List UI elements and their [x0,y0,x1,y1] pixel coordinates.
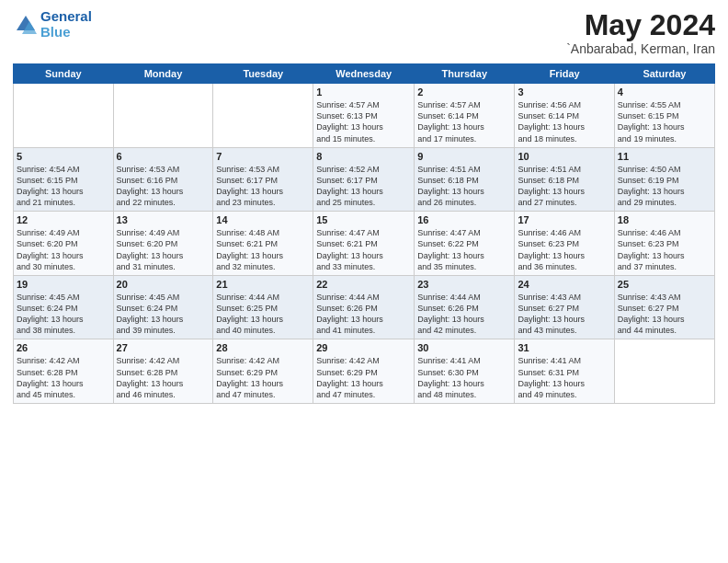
table-row: 11Sunrise: 4:50 AM Sunset: 6:19 PM Dayli… [614,147,714,212]
day-number: 16 [417,214,511,225]
header-tuesday: Tuesday [213,64,313,84]
day-number: 21 [216,279,310,290]
day-info: Sunrise: 4:51 AM Sunset: 6:18 PM Dayligh… [518,164,610,209]
day-number: 5 [17,151,110,162]
table-row: 16Sunrise: 4:47 AM Sunset: 6:22 PM Dayli… [415,212,515,276]
header-thursday: Thursday [415,64,515,84]
day-info: Sunrise: 4:51 AM Sunset: 6:18 PM Dayligh… [417,164,511,209]
table-row: 13Sunrise: 4:49 AM Sunset: 6:20 PM Dayli… [113,212,213,276]
table-row: 2Sunrise: 4:57 AM Sunset: 6:14 PM Daylig… [415,84,515,148]
day-info: Sunrise: 4:53 AM Sunset: 6:16 PM Dayligh… [117,164,210,209]
day-info: Sunrise: 4:54 AM Sunset: 6:15 PM Dayligh… [17,164,110,209]
header: General Blue May 2024 `Anbarabad, Kerman… [13,9,715,56]
day-info: Sunrise: 4:42 AM Sunset: 6:29 PM Dayligh… [316,355,411,400]
table-row: 24Sunrise: 4:43 AM Sunset: 6:27 PM Dayli… [515,275,614,339]
day-number: 3 [518,86,610,98]
table-row: 21Sunrise: 4:44 AM Sunset: 6:25 PM Dayli… [213,275,313,339]
table-row: 15Sunrise: 4:47 AM Sunset: 6:21 PM Dayli… [313,212,415,276]
day-info: Sunrise: 4:47 AM Sunset: 6:21 PM Dayligh… [316,227,411,272]
header-friday: Friday [515,64,614,84]
table-row: 25Sunrise: 4:43 AM Sunset: 6:27 PM Dayli… [614,275,714,339]
table-row: 17Sunrise: 4:46 AM Sunset: 6:23 PM Dayli… [515,212,614,276]
table-row: 22Sunrise: 4:44 AM Sunset: 6:26 PM Dayli… [313,275,415,339]
day-info: Sunrise: 4:48 AM Sunset: 6:21 PM Dayligh… [216,227,310,272]
header-wednesday: Wednesday [313,64,415,84]
day-number: 28 [216,342,310,353]
day-number: 30 [417,342,511,353]
table-row: 3Sunrise: 4:56 AM Sunset: 6:14 PM Daylig… [515,84,614,148]
day-info: Sunrise: 4:57 AM Sunset: 6:13 PM Dayligh… [316,99,411,144]
day-number: 27 [117,342,210,353]
day-number: 6 [117,151,210,162]
day-info: Sunrise: 4:49 AM Sunset: 6:20 PM Dayligh… [17,227,110,272]
table-row: 10Sunrise: 4:51 AM Sunset: 6:18 PM Dayli… [515,147,614,212]
header-sunday: Sunday [14,64,114,84]
day-number: 19 [17,279,110,290]
day-number: 18 [618,214,711,225]
day-info: Sunrise: 4:42 AM Sunset: 6:28 PM Dayligh… [117,355,210,400]
day-info: Sunrise: 4:55 AM Sunset: 6:15 PM Dayligh… [618,99,711,144]
day-number: 14 [216,214,310,225]
title-block: May 2024 `Anbarabad, Kerman, Iran [566,9,715,56]
table-row: 29Sunrise: 4:42 AM Sunset: 6:29 PM Dayli… [313,339,415,404]
table-row: 31Sunrise: 4:41 AM Sunset: 6:31 PM Dayli… [515,339,614,404]
table-row: 1Sunrise: 4:57 AM Sunset: 6:13 PM Daylig… [313,84,415,148]
day-info: Sunrise: 4:47 AM Sunset: 6:22 PM Dayligh… [417,227,511,272]
day-number: 15 [316,214,411,225]
day-number: 11 [618,151,711,162]
day-info: Sunrise: 4:57 AM Sunset: 6:14 PM Dayligh… [417,99,511,144]
day-info: Sunrise: 4:43 AM Sunset: 6:27 PM Dayligh… [518,292,610,337]
day-number: 1 [316,86,411,98]
day-number: 10 [518,151,610,162]
table-row: 27Sunrise: 4:42 AM Sunset: 6:28 PM Dayli… [113,339,213,404]
table-row: 30Sunrise: 4:41 AM Sunset: 6:30 PM Dayli… [415,339,515,404]
calendar-week-row: 26Sunrise: 4:42 AM Sunset: 6:28 PM Dayli… [14,339,715,404]
table-row [14,84,114,148]
table-row: 23Sunrise: 4:44 AM Sunset: 6:26 PM Dayli… [415,275,515,339]
table-row: 7Sunrise: 4:53 AM Sunset: 6:17 PM Daylig… [213,147,313,212]
logo: General Blue [13,9,92,40]
month-title: May 2024 [566,9,715,41]
table-row: 26Sunrise: 4:42 AM Sunset: 6:28 PM Dayli… [14,339,114,404]
table-row [213,84,313,148]
calendar-header-row: Sunday Monday Tuesday Wednesday Thursday… [14,64,715,84]
table-row [113,84,213,148]
day-number: 17 [518,214,610,225]
day-info: Sunrise: 4:52 AM Sunset: 6:17 PM Dayligh… [316,164,411,209]
day-info: Sunrise: 4:42 AM Sunset: 6:29 PM Dayligh… [216,355,310,400]
day-info: Sunrise: 4:56 AM Sunset: 6:14 PM Dayligh… [518,99,610,144]
table-row: 20Sunrise: 4:45 AM Sunset: 6:24 PM Dayli… [113,275,213,339]
day-info: Sunrise: 4:41 AM Sunset: 6:30 PM Dayligh… [417,355,511,400]
day-info: Sunrise: 4:50 AM Sunset: 6:19 PM Dayligh… [618,164,711,209]
day-number: 4 [618,86,711,98]
day-info: Sunrise: 4:43 AM Sunset: 6:27 PM Dayligh… [618,292,711,337]
day-info: Sunrise: 4:41 AM Sunset: 6:31 PM Dayligh… [518,355,610,400]
calendar-week-row: 12Sunrise: 4:49 AM Sunset: 6:20 PM Dayli… [14,212,715,276]
table-row: 8Sunrise: 4:52 AM Sunset: 6:17 PM Daylig… [313,147,415,212]
day-number: 9 [417,151,511,162]
day-number: 20 [117,279,210,290]
calendar-week-row: 5Sunrise: 4:54 AM Sunset: 6:15 PM Daylig… [14,147,715,212]
table-row: 4Sunrise: 4:55 AM Sunset: 6:15 PM Daylig… [614,84,714,148]
table-row: 28Sunrise: 4:42 AM Sunset: 6:29 PM Dayli… [213,339,313,404]
day-info: Sunrise: 4:44 AM Sunset: 6:26 PM Dayligh… [417,292,511,337]
table-row: 9Sunrise: 4:51 AM Sunset: 6:18 PM Daylig… [415,147,515,212]
day-number: 23 [417,279,511,290]
day-info: Sunrise: 4:46 AM Sunset: 6:23 PM Dayligh… [518,227,610,272]
table-row: 19Sunrise: 4:45 AM Sunset: 6:24 PM Dayli… [14,275,114,339]
location-subtitle: `Anbarabad, Kerman, Iran [566,41,715,56]
day-info: Sunrise: 4:42 AM Sunset: 6:28 PM Dayligh… [17,355,110,400]
day-info: Sunrise: 4:53 AM Sunset: 6:17 PM Dayligh… [216,164,310,209]
day-number: 7 [216,151,310,162]
day-info: Sunrise: 4:49 AM Sunset: 6:20 PM Dayligh… [117,227,210,272]
day-number: 22 [316,279,411,290]
day-number: 2 [417,86,511,98]
day-number: 29 [316,342,411,353]
day-info: Sunrise: 4:44 AM Sunset: 6:25 PM Dayligh… [216,292,310,337]
day-info: Sunrise: 4:45 AM Sunset: 6:24 PM Dayligh… [117,292,210,337]
calendar-page: General Blue May 2024 `Anbarabad, Kerman… [0,0,728,563]
day-number: 24 [518,279,610,290]
table-row: 14Sunrise: 4:48 AM Sunset: 6:21 PM Dayli… [213,212,313,276]
day-number: 26 [17,342,110,353]
table-row [614,339,714,404]
